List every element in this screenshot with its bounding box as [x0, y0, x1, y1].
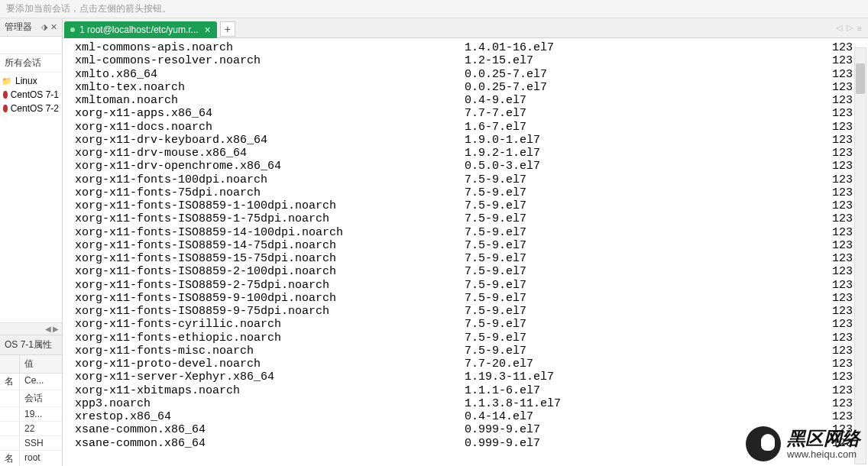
- tab-close-icon[interactable]: ×: [205, 24, 211, 36]
- package-name: xorg-x11-fonts-misc.noarch: [75, 345, 465, 358]
- package-repo: 123: [755, 437, 860, 450]
- package-version: 0.999-9.el7: [465, 437, 755, 450]
- package-name: xsane-common.x86_64: [75, 437, 465, 450]
- terminal-row: xmlto.x86_640.0.25-7.el7123: [75, 68, 860, 81]
- tab-menu-icon[interactable]: ≡: [857, 24, 862, 33]
- package-version: 1.6-7.el7: [465, 121, 755, 134]
- package-version: 1.1.1-6.el7: [465, 384, 755, 397]
- package-repo: 123: [755, 160, 860, 173]
- package-version: 7.5-9.el7: [465, 239, 755, 252]
- property-name: 名: [0, 374, 20, 390]
- terminal[interactable]: xml-commons-apis.noarch1.4.01-16.el7123x…: [63, 38, 868, 466]
- terminal-row: xorg-x11-fonts-ISO8859-14-100dpi.noarch7…: [75, 226, 860, 239]
- terminal-row: xorg-x11-fonts-ISO8859-2-75dpi.noarch7.5…: [75, 279, 860, 292]
- package-version: 0.4-9.el7: [465, 94, 755, 107]
- terminal-row: xorg-x11-drv-openchrome.x86_640.5.0-3.el…: [75, 160, 860, 173]
- package-version: 1.2-15.el7: [465, 54, 755, 67]
- package-name: xorg-x11-fonts-ISO8859-2-75dpi.noarch: [75, 279, 465, 292]
- package-repo: 123: [755, 279, 860, 292]
- package-repo: 123: [755, 81, 860, 94]
- tab-strip: 1 root@localhost:/etc/yum.r... × + ◁ ▷ ≡: [63, 18, 868, 38]
- content-area: 1 root@localhost:/etc/yum.r... × + ◁ ▷ ≡…: [63, 18, 868, 466]
- scrollbar-thumb[interactable]: [856, 63, 865, 94]
- package-repo: 123: [755, 41, 860, 54]
- property-row: 名root: [0, 451, 62, 466]
- properties-header-value: 值: [20, 355, 62, 373]
- property-name: [0, 436, 20, 450]
- package-repo: 123: [755, 212, 860, 225]
- pin-icon[interactable]: ⬗: [41, 22, 47, 32]
- scroll-right-icon[interactable]: ▶: [53, 325, 59, 333]
- vertical-scrollbar[interactable]: [854, 47, 866, 464]
- package-name: xorg-x11-fonts-75dpi.noarch: [75, 186, 465, 199]
- package-name: xml-commons-resolver.noarch: [75, 54, 465, 67]
- tree-folder-linux[interactable]: 📁 Linux: [0, 74, 62, 88]
- package-version: 1.1.3.8-11.el7: [465, 397, 755, 410]
- tree-session-centos-7-2[interactable]: CentOS 7-2: [0, 102, 62, 115]
- terminal-row: xorg-x11-fonts-ethiopic.noarch7.5-9.el71…: [75, 332, 860, 345]
- tab-session-1[interactable]: 1 root@localhost:/etc/yum.r... ×: [64, 21, 217, 38]
- package-repo: 123: [755, 318, 860, 331]
- scroll-left-icon[interactable]: ◀: [45, 325, 51, 333]
- package-repo: 123: [755, 332, 860, 345]
- package-name: xorg-x11-fonts-ISO8859-1-75dpi.noarch: [75, 212, 465, 225]
- hint-bar: 要添加当前会话，点击左侧的箭头按钮。: [0, 0, 868, 18]
- package-name: xorg-x11-fonts-ISO8859-14-75dpi.noarch: [75, 239, 465, 252]
- property-value: Ce...: [20, 374, 62, 390]
- package-name: xorg-x11-fonts-ISO8859-9-75dpi.noarch: [75, 305, 465, 318]
- centos-icon: [3, 105, 8, 112]
- terminal-row: xsane-common.x86_640.999-9.el7123: [75, 423, 860, 436]
- package-name: xorg-x11-docs.noarch: [75, 121, 465, 134]
- package-repo: 123: [755, 226, 860, 239]
- package-name: xorg-x11-proto-devel.noarch: [75, 358, 465, 371]
- terminal-row: xml-commons-apis.noarch1.4.01-16.el7123: [75, 41, 860, 54]
- pane-title: 管理器: [5, 21, 32, 34]
- tree-session-label: CentOS 7-2: [11, 103, 59, 114]
- property-row: 名Ce...: [0, 374, 62, 390]
- session-manager-header: 管理器 ⬗ ✕: [0, 18, 62, 37]
- package-repo: 123: [755, 173, 860, 186]
- package-repo: 123: [755, 199, 860, 212]
- property-row: 22: [0, 422, 62, 436]
- terminal-row: xorg-x11-fonts-75dpi.noarch7.5-9.el7123: [75, 186, 860, 199]
- terminal-row: xorg-x11-drv-mouse.x86_641.9.2-1.el7123: [75, 147, 860, 160]
- package-name: xorg-x11-drv-openchrome.x86_64: [75, 160, 465, 173]
- properties-pane: OS 7-1属性 值 名Ce...会话19...22SSH名root: [0, 335, 62, 466]
- package-version: 7.5-9.el7: [465, 279, 755, 292]
- property-row: 19...: [0, 407, 62, 422]
- tab-nav-prev-icon[interactable]: ◁: [836, 23, 842, 33]
- properties-header-row: 值: [0, 355, 62, 374]
- package-repo: 123: [755, 68, 860, 81]
- package-version: 7.5-9.el7: [465, 318, 755, 331]
- tree-session-centos-7-1[interactable]: CentOS 7-1: [0, 88, 62, 102]
- package-version: 0.999-9.el7: [465, 423, 755, 436]
- property-name: 名: [0, 451, 20, 466]
- tab-nav-next-icon[interactable]: ▷: [847, 23, 853, 33]
- package-name: xorg-x11-drv-mouse.x86_64: [75, 147, 465, 160]
- package-version: 0.0.25-7.el7: [465, 81, 755, 94]
- close-pane-icon[interactable]: ✕: [50, 22, 57, 32]
- package-version: 0.0.25-7.el7: [465, 68, 755, 81]
- package-repo: 123: [755, 121, 860, 134]
- package-repo: 123: [755, 397, 860, 410]
- terminal-row: xpp3.noarch1.1.3.8-11.el7123: [75, 397, 860, 410]
- package-repo: 123: [755, 292, 860, 305]
- package-repo: 123: [755, 54, 860, 67]
- sidebar: 管理器 ⬗ ✕ ⊗ 所有会话 📁 Linux CentOS 7-1 CentOS…: [0, 18, 63, 466]
- package-name: xmlto.x86_64: [75, 68, 465, 81]
- tree-scroll-zone: ◀ ▶: [0, 322, 62, 335]
- session-filter-input[interactable]: [5, 40, 63, 50]
- package-repo: 123: [755, 147, 860, 160]
- terminal-row: xsane-common.x86_640.999-9.el7123: [75, 437, 860, 450]
- property-name: [0, 390, 20, 406]
- package-name: xorg-x11-apps.x86_64: [75, 107, 465, 120]
- tab-add-button[interactable]: +: [220, 21, 235, 37]
- property-row: 会话: [0, 390, 62, 407]
- package-version: 7.5-9.el7: [465, 292, 755, 305]
- package-name: xorg-x11-fonts-cyrillic.noarch: [75, 318, 465, 331]
- property-value: 22: [20, 422, 62, 435]
- property-value: 19...: [20, 407, 62, 421]
- package-version: 1.19.3-11.el7: [465, 371, 755, 383]
- package-version: 7.5-9.el7: [465, 226, 755, 239]
- property-value: root: [20, 451, 62, 466]
